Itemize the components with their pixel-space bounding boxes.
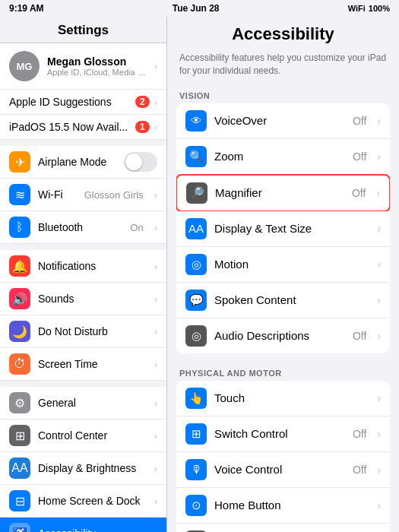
switchcontrol-right-icon: ⊞ bbox=[185, 423, 207, 445]
right-panel: Accessibility Accessibility features hel… bbox=[167, 17, 399, 532]
status-date: Tue Jun 28 bbox=[173, 3, 220, 14]
audiodesc-right-chevron: › bbox=[377, 330, 381, 342]
voicecontrol-right-value: Off bbox=[353, 464, 366, 476]
general-icon: ⚙ bbox=[9, 392, 30, 413]
spokencontent-right-label: Spoken Content bbox=[214, 293, 366, 306]
accessibility-chevron: › bbox=[154, 528, 157, 533]
notifications-icon: 🔔 bbox=[9, 255, 30, 277]
donotdisturb-icon: 🌙 bbox=[9, 321, 30, 342]
section-label-vision: VISION bbox=[167, 85, 399, 103]
touch-right-chevron: › bbox=[377, 392, 381, 404]
profile-name: Megan Glosson bbox=[47, 55, 147, 68]
voicecontrol-right-icon: 🎙 bbox=[185, 459, 207, 480]
general-chevron: › bbox=[154, 397, 157, 409]
main-layout: Settings MG Megan Glosson Apple ID, iClo… bbox=[0, 17, 399, 532]
homebutton-right-label: Home Button bbox=[214, 499, 366, 511]
displaytextsize-right-chevron: › bbox=[377, 223, 381, 235]
sidebar-item-sounds[interactable]: 🔊Sounds› bbox=[0, 283, 166, 315]
zoom-right-chevron: › bbox=[377, 150, 381, 163]
motion-right-icon: ◎ bbox=[185, 254, 207, 275]
left-menu: ✈Airplane Mode≋Wi-FiGlosson Girls›ᛒBluet… bbox=[0, 140, 166, 532]
touch-right-label: Touch bbox=[214, 391, 366, 404]
right-item-homebutton[interactable]: ⊙Home Button› bbox=[176, 488, 390, 524]
displaybrightness-label: Display & Brightness bbox=[38, 462, 147, 474]
voiceover-right-chevron: › bbox=[377, 115, 381, 127]
profile-row[interactable]: MG Megan Glosson Apple ID, iCloud, Media… bbox=[0, 43, 166, 90]
wifi-value: Glosson Girls bbox=[84, 189, 144, 201]
right-item-displaytextsize[interactable]: AADisplay & Text Size› bbox=[176, 211, 390, 247]
right-item-voiceover[interactable]: 👁VoiceOverOff› bbox=[176, 103, 390, 139]
displaytextsize-right-label: Display & Text Size bbox=[214, 222, 366, 235]
voicecontrol-right-chevron: › bbox=[377, 464, 381, 476]
sidebar-item-bluetooth[interactable]: ᛒBluetoothOn› bbox=[0, 211, 166, 244]
sidebar-item-airplane[interactable]: ✈Airplane Mode bbox=[0, 140, 166, 179]
screentime-icon: ⏱ bbox=[9, 353, 30, 375]
sidebar-item-controlcenter[interactable]: ⊞Control Center› bbox=[0, 420, 166, 452]
sidebar-item-accessibility[interactable]: ♿Accessibility› bbox=[0, 518, 166, 532]
homescreen-chevron: › bbox=[154, 496, 157, 507]
notifications-chevron: › bbox=[154, 261, 157, 272]
right-item-switchcontrol[interactable]: ⊞Switch ControlOff› bbox=[176, 416, 390, 452]
wifi-chevron: › bbox=[154, 189, 157, 201]
wifi-icon: WiFi bbox=[348, 4, 366, 13]
settings-header: Settings bbox=[0, 17, 166, 43]
switchcontrol-right-value: Off bbox=[353, 428, 366, 440]
profile-sub: Apple ID, iCloud, Media &... bbox=[47, 68, 147, 77]
audiodesc-right-value: Off bbox=[353, 330, 366, 342]
right-item-spokencontent[interactable]: 💬Spoken Content› bbox=[176, 283, 390, 318]
wifi-label: Wi-Fi bbox=[38, 188, 77, 201]
voiceover-right-value: Off bbox=[353, 115, 366, 127]
controlcenter-chevron: › bbox=[154, 430, 157, 442]
spokencontent-right-icon: 💬 bbox=[185, 290, 207, 311]
screentime-chevron: › bbox=[154, 359, 157, 370]
section-list-vision: 👁VoiceOverOff›🔍ZoomOff›🔎MagnifierOff›AAD… bbox=[176, 103, 390, 353]
controlcenter-label: Control Center bbox=[38, 429, 147, 442]
sounds-icon: 🔊 bbox=[9, 288, 30, 309]
status-time: 9:19 AM bbox=[9, 3, 44, 14]
airplane-icon: ✈ bbox=[9, 151, 30, 173]
update-badge: 1 bbox=[135, 121, 150, 133]
sidebar-item-homescreen[interactable]: ⊟Home Screen & Dock› bbox=[0, 485, 166, 518]
sidebar-item-donotdisturb[interactable]: 🌙Do Not Disturb› bbox=[0, 315, 166, 348]
right-title: Accessibility bbox=[167, 17, 399, 49]
right-description: Accessibility features help you customiz… bbox=[167, 49, 399, 85]
sidebar-item-screentime[interactable]: ⏱Screen Time› bbox=[0, 348, 166, 381]
sidebar-item-notifications[interactable]: 🔔Notifications› bbox=[0, 244, 166, 283]
right-item-voicecontrol[interactable]: 🎙Voice ControlOff› bbox=[176, 452, 390, 488]
sidebar-item-wifi[interactable]: ≋Wi-FiGlosson Girls› bbox=[0, 179, 166, 211]
donotdisturb-chevron: › bbox=[154, 326, 157, 337]
right-item-zoom[interactable]: 🔍ZoomOff› bbox=[176, 139, 390, 175]
suggestions-row[interactable]: Apple ID Suggestions 2 › bbox=[0, 90, 166, 115]
sidebar-item-displaybrightness[interactable]: AADisplay & Brightness› bbox=[0, 452, 166, 485]
homescreen-icon: ⊟ bbox=[9, 490, 30, 511]
airplane-label: Airplane Mode bbox=[38, 156, 116, 168]
airplane-toggle[interactable] bbox=[124, 152, 157, 172]
update-right: 1 › bbox=[135, 121, 157, 133]
right-item-audiodesc[interactable]: ◎Audio DescriptionsOff› bbox=[176, 318, 390, 353]
screentime-label: Screen Time bbox=[38, 358, 147, 370]
update-row[interactable]: iPadOS 15.5 Now Avail... 1 › bbox=[0, 115, 166, 140]
donotdisturb-label: Do Not Disturb bbox=[38, 325, 147, 337]
general-label: General bbox=[38, 397, 147, 409]
suggestions-chevron: › bbox=[154, 97, 157, 108]
controlcenter-icon: ⊞ bbox=[9, 425, 30, 446]
profile-info: Megan Glosson Apple ID, iCloud, Media &.… bbox=[47, 55, 147, 77]
left-panel: Settings MG Megan Glosson Apple ID, iClo… bbox=[0, 17, 167, 532]
right-item-appletvremote[interactable]: 📱Apple TV Remote› bbox=[176, 524, 390, 532]
bluetooth-label: Bluetooth bbox=[38, 221, 122, 233]
accessibility-icon: ♿ bbox=[9, 523, 30, 532]
homebutton-right-chevron: › bbox=[377, 499, 381, 511]
suggestions-right: 2 › bbox=[135, 96, 157, 108]
right-item-motion[interactable]: ◎Motion› bbox=[176, 247, 390, 283]
notifications-label: Notifications bbox=[38, 260, 147, 272]
switchcontrol-right-label: Switch Control bbox=[214, 427, 345, 440]
status-icons: WiFi 100% bbox=[348, 4, 390, 13]
right-item-magnifier[interactable]: 🔎MagnifierOff› bbox=[176, 174, 390, 212]
sidebar-item-general[interactable]: ⚙General› bbox=[0, 381, 166, 420]
bluetooth-icon: ᛒ bbox=[9, 217, 30, 238]
bluetooth-chevron: › bbox=[154, 222, 157, 233]
wifi-icon: ≋ bbox=[9, 184, 30, 205]
magnifier-right-icon: 🔎 bbox=[186, 182, 207, 204]
voicecontrol-right-label: Voice Control bbox=[214, 463, 345, 476]
right-item-touch[interactable]: 👆Touch› bbox=[176, 381, 390, 416]
